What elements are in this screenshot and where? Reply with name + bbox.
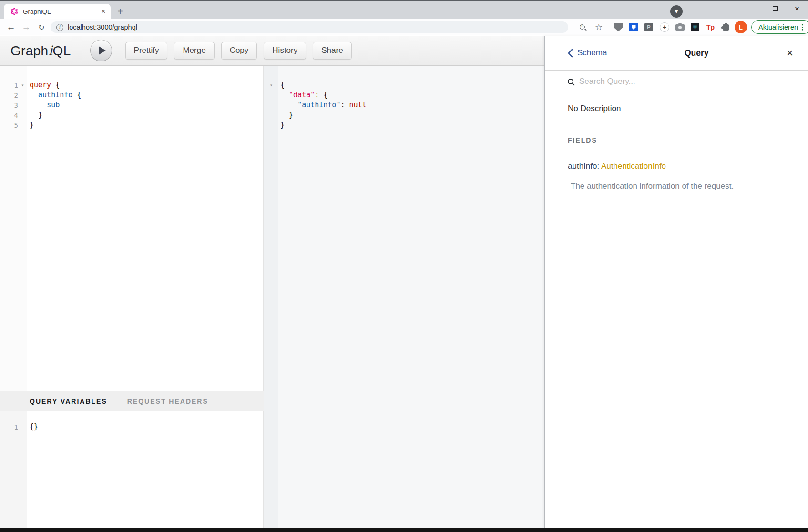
tampermonkey-icon[interactable]: Tp [706, 23, 715, 31]
gutter-row: 1▾ [0, 80, 27, 90]
gutter-row: 2 [0, 90, 27, 100]
copy-button[interactable]: Copy [221, 42, 257, 60]
doc-search-input[interactable] [579, 77, 779, 86]
field-item: authInfo: AuthenticationInfo [568, 162, 794, 171]
result-pane: ▾ { "data": { "authInfo": null }} [264, 66, 544, 528]
code-token: } [30, 121, 34, 129]
field-name-link[interactable]: authInfo [568, 162, 597, 171]
code-line[interactable]: query { [30, 80, 81, 90]
code-line[interactable]: {} [30, 422, 38, 432]
minimize-button[interactable] [742, 1, 764, 16]
prettify-button[interactable]: Prettify [125, 42, 168, 60]
tab-title: GraphiQL [23, 8, 101, 15]
close-window-button[interactable] [786, 1, 808, 16]
line-number: 2 [0, 92, 18, 99]
code-line[interactable]: "data": { [280, 90, 367, 100]
gutter-row: 4 [0, 110, 27, 120]
menu-dots-icon [799, 23, 806, 31]
graphiql-logo: GraphiQL [10, 43, 71, 59]
doc-search-box[interactable] [568, 71, 808, 92]
update-badge-icon[interactable]: ▼ [670, 5, 683, 18]
code-token: { [51, 81, 60, 89]
execute-query-button[interactable] [90, 40, 112, 61]
update-button-label: Aktualisieren [758, 23, 798, 31]
tab-request-headers[interactable]: REQUEST HEADERS [127, 398, 208, 405]
code-line[interactable]: authInfo { [30, 90, 81, 100]
extensions-puzzle-icon[interactable] [723, 24, 729, 31]
code-token: query [30, 81, 51, 89]
browser-tab[interactable]: GraphiQL ✕ [4, 4, 111, 19]
code-token [30, 91, 38, 99]
zoom-magnifier-icon[interactable] [580, 24, 585, 30]
close-icon [795, 4, 800, 13]
variables-code[interactable]: {} [30, 422, 38, 432]
profile-avatar[interactable]: L [735, 21, 747, 33]
move-extension-icon[interactable]: + [660, 22, 669, 32]
code-token: : { [315, 91, 327, 99]
code-line[interactable]: "authInfo": null [280, 100, 367, 110]
search-icon [568, 79, 573, 84]
tab-strip: GraphiQL ✕ + ▼ [0, 1, 808, 19]
code-token: null [349, 101, 367, 109]
result-viewer[interactable]: ▾ { "data": { "authInfo": null }} [264, 66, 544, 528]
code-token: { [280, 81, 285, 89]
ublock-extension-icon[interactable] [614, 23, 623, 31]
field-colon: : [597, 162, 601, 171]
maximize-button[interactable] [764, 1, 786, 16]
url-input[interactable] [68, 23, 497, 31]
gutter-row [264, 110, 278, 120]
code-line[interactable]: { [280, 80, 367, 90]
code-token: : [340, 101, 349, 109]
merge-button[interactable]: Merge [174, 42, 214, 60]
code-line[interactable]: } [30, 120, 81, 130]
forward-button[interactable] [19, 19, 33, 35]
code-token: } [280, 111, 293, 119]
query-code[interactable]: query { authInfo { sub }} [30, 80, 81, 130]
variables-line-numbers: 1 [0, 422, 27, 432]
gutter-row: 1 [0, 422, 27, 432]
code-line[interactable]: } [280, 120, 367, 130]
page-info-icon[interactable]: i [56, 24, 63, 31]
line-number: 1 [0, 423, 18, 431]
camera-extension-icon[interactable] [675, 24, 685, 31]
doc-explorer-header: Schema Query [545, 36, 808, 71]
reload-button[interactable] [34, 19, 49, 35]
react-devtools-icon[interactable] [691, 23, 699, 31]
graphql-favicon-icon [10, 8, 18, 15]
bitwarden-shield-icon [632, 25, 636, 30]
code-token: "data" [289, 91, 315, 99]
fold-arrow-icon[interactable]: ▾ [264, 82, 278, 88]
code-token [280, 91, 289, 99]
tab-query-variables[interactable]: QUERY VARIABLES [30, 398, 107, 405]
doc-back-link[interactable]: Schema [568, 48, 607, 58]
new-tab-button[interactable]: + [114, 6, 126, 18]
chevron-left-icon [568, 49, 573, 58]
toolbar-buttons: PrettifyMergeCopyHistoryShare [125, 42, 352, 60]
fold-arrow-icon[interactable]: ▾ [18, 82, 27, 88]
line-number: 4 [0, 112, 18, 119]
query-editor[interactable]: 1▾2345 query { authInfo { sub }} [0, 66, 263, 391]
variables-editor[interactable]: 1 {} [0, 411, 263, 528]
fields-divider [568, 150, 808, 150]
field-description: The authentication information of the re… [571, 182, 794, 191]
address-bar[interactable]: i [51, 21, 568, 33]
code-line[interactable]: } [30, 110, 81, 120]
privacy-extension-icon[interactable]: P [644, 23, 653, 31]
result-gutter: ▾ [264, 80, 278, 130]
gutter-row: 5 [0, 120, 27, 130]
graphiql-topbar: GraphiQL PrettifyMergeCopyHistoryShare [0, 36, 544, 66]
tab-close-icon[interactable]: ✕ [101, 8, 106, 15]
code-line[interactable]: } [280, 110, 367, 120]
update-button[interactable]: Aktualisieren [751, 20, 808, 34]
doc-close-button[interactable] [786, 48, 794, 59]
code-token: {} [30, 422, 38, 431]
back-button[interactable] [4, 19, 18, 35]
field-type-link[interactable]: AuthenticationInfo [601, 162, 666, 171]
history-button[interactable]: History [264, 42, 306, 60]
share-button[interactable]: Share [313, 42, 351, 60]
line-number: 3 [0, 102, 18, 109]
bitwarden-extension-icon[interactable] [629, 23, 638, 31]
doc-explorer-panel: Schema Query No Description FIELDS authI… [544, 36, 808, 528]
code-line[interactable]: sub [30, 100, 81, 110]
bookmark-star-icon[interactable] [595, 22, 603, 32]
